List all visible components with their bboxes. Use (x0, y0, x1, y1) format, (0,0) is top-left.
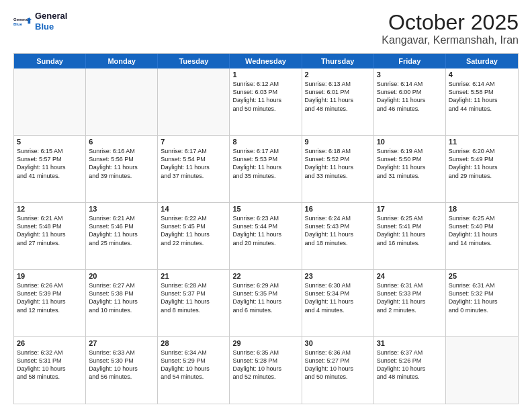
cell-info: Sunrise: 6:12 AM Sunset: 6:03 PM Dayligh… (232, 80, 298, 113)
calendar-cell (14, 68, 86, 135)
title-block: October 2025 Kangavar, Kermanshah, Iran (382, 11, 519, 46)
calendar-header-cell: Thursday (302, 54, 374, 68)
cell-info: Sunrise: 6:24 AM Sunset: 5:43 PM Dayligh… (305, 214, 371, 247)
calendar-cell: 14Sunrise: 6:22 AM Sunset: 5:45 PM Dayli… (158, 203, 230, 269)
calendar-cell: 22Sunrise: 6:29 AM Sunset: 5:35 PM Dayli… (230, 270, 302, 336)
cell-info: Sunrise: 6:21 AM Sunset: 5:48 PM Dayligh… (17, 214, 83, 247)
day-number: 30 (305, 339, 371, 347)
calendar-header-cell: Wednesday (230, 54, 302, 68)
calendar-cell: 26Sunrise: 6:32 AM Sunset: 5:31 PM Dayli… (14, 337, 86, 404)
cell-info: Sunrise: 6:33 AM Sunset: 5:30 PM Dayligh… (89, 349, 154, 381)
day-number: 10 (377, 138, 443, 146)
calendar-header-cell: Saturday (446, 54, 518, 68)
cell-info: Sunrise: 6:36 AM Sunset: 5:27 PM Dayligh… (305, 349, 371, 381)
day-number: 3 (377, 71, 443, 79)
day-number: 8 (232, 138, 298, 146)
calendar-cell: 7Sunrise: 6:17 AM Sunset: 5:54 PM Daylig… (158, 136, 230, 202)
calendar-header-row: SundayMondayTuesdayWednesdayThursdayFrid… (14, 54, 518, 68)
day-number: 9 (305, 138, 371, 146)
calendar-cell: 2Sunrise: 6:13 AM Sunset: 6:01 PM Daylig… (302, 68, 374, 135)
day-number: 29 (232, 339, 298, 347)
day-number: 20 (89, 272, 154, 280)
calendar-cell: 6Sunrise: 6:16 AM Sunset: 5:56 PM Daylig… (86, 136, 158, 202)
calendar-header-cell: Sunday (14, 54, 86, 68)
cell-info: Sunrise: 6:27 AM Sunset: 5:38 PM Dayligh… (89, 281, 154, 314)
day-number: 19 (17, 272, 83, 280)
svg-text:General: General (13, 17, 29, 21)
logo-icon: GeneralBlue (13, 12, 32, 31)
calendar-row: 1Sunrise: 6:12 AM Sunset: 6:03 PM Daylig… (14, 68, 518, 135)
day-number: 17 (377, 205, 443, 213)
calendar-row: 19Sunrise: 6:26 AM Sunset: 5:39 PM Dayli… (14, 269, 518, 336)
month-title: October 2025 (382, 11, 519, 34)
calendar-cell: 20Sunrise: 6:27 AM Sunset: 5:38 PM Dayli… (86, 270, 158, 336)
calendar-cell: 15Sunrise: 6:23 AM Sunset: 5:44 PM Dayli… (230, 203, 302, 269)
day-number: 25 (449, 272, 515, 280)
cell-info: Sunrise: 6:30 AM Sunset: 5:34 PM Dayligh… (305, 281, 371, 314)
day-number: 22 (232, 272, 298, 280)
cell-info: Sunrise: 6:14 AM Sunset: 5:58 PM Dayligh… (449, 80, 515, 113)
calendar-row: 12Sunrise: 6:21 AM Sunset: 5:48 PM Dayli… (14, 202, 518, 269)
calendar-cell: 10Sunrise: 6:19 AM Sunset: 5:50 PM Dayli… (374, 136, 446, 202)
calendar-cell (158, 68, 230, 135)
day-number: 13 (89, 205, 154, 213)
day-number: 11 (449, 138, 515, 146)
calendar-cell: 30Sunrise: 6:36 AM Sunset: 5:27 PM Dayli… (302, 337, 374, 404)
calendar-cell: 24Sunrise: 6:31 AM Sunset: 5:33 PM Dayli… (374, 270, 446, 336)
logo-blue: Blue (35, 21, 67, 32)
cell-info: Sunrise: 6:23 AM Sunset: 5:44 PM Dayligh… (232, 214, 298, 247)
svg-text:Blue: Blue (13, 21, 23, 26)
calendar-cell: 4Sunrise: 6:14 AM Sunset: 5:58 PM Daylig… (446, 68, 518, 135)
cell-info: Sunrise: 6:17 AM Sunset: 5:54 PM Dayligh… (161, 147, 226, 180)
calendar-cell: 5Sunrise: 6:15 AM Sunset: 5:57 PM Daylig… (14, 136, 86, 202)
calendar-header-cell: Monday (86, 54, 158, 68)
cell-info: Sunrise: 6:29 AM Sunset: 5:35 PM Dayligh… (232, 281, 298, 314)
cell-info: Sunrise: 6:31 AM Sunset: 5:32 PM Dayligh… (449, 281, 515, 314)
day-number: 5 (17, 138, 83, 146)
logo-general: General (35, 11, 67, 21)
day-number: 15 (232, 205, 298, 213)
location-title: Kangavar, Kermanshah, Iran (382, 34, 519, 46)
calendar-cell (446, 337, 518, 404)
calendar-header-cell: Tuesday (158, 54, 230, 68)
cell-info: Sunrise: 6:22 AM Sunset: 5:45 PM Dayligh… (161, 214, 226, 247)
cell-info: Sunrise: 6:14 AM Sunset: 6:00 PM Dayligh… (377, 80, 443, 113)
day-number: 23 (305, 272, 371, 280)
calendar-body: 1Sunrise: 6:12 AM Sunset: 6:03 PM Daylig… (14, 68, 518, 404)
logo: GeneralBlue General Blue (13, 11, 67, 32)
cell-info: Sunrise: 6:28 AM Sunset: 5:37 PM Dayligh… (161, 281, 226, 314)
cell-info: Sunrise: 6:35 AM Sunset: 5:28 PM Dayligh… (232, 349, 298, 381)
cell-info: Sunrise: 6:17 AM Sunset: 5:53 PM Dayligh… (232, 147, 298, 180)
cell-info: Sunrise: 6:21 AM Sunset: 5:46 PM Dayligh… (89, 214, 154, 247)
cell-info: Sunrise: 6:19 AM Sunset: 5:50 PM Dayligh… (377, 147, 443, 180)
calendar-cell: 27Sunrise: 6:33 AM Sunset: 5:30 PM Dayli… (86, 337, 158, 404)
cell-info: Sunrise: 6:16 AM Sunset: 5:56 PM Dayligh… (89, 147, 154, 180)
cell-info: Sunrise: 6:32 AM Sunset: 5:31 PM Dayligh… (17, 349, 83, 381)
calendar-cell: 11Sunrise: 6:20 AM Sunset: 5:49 PM Dayli… (446, 136, 518, 202)
calendar-cell: 29Sunrise: 6:35 AM Sunset: 5:28 PM Dayli… (230, 337, 302, 404)
day-number: 2 (305, 71, 371, 79)
calendar-cell: 25Sunrise: 6:31 AM Sunset: 5:32 PM Dayli… (446, 270, 518, 336)
calendar-header-cell: Friday (374, 54, 446, 68)
calendar-cell: 3Sunrise: 6:14 AM Sunset: 6:00 PM Daylig… (374, 68, 446, 135)
calendar-row: 5Sunrise: 6:15 AM Sunset: 5:57 PM Daylig… (14, 135, 518, 202)
calendar-cell: 23Sunrise: 6:30 AM Sunset: 5:34 PM Dayli… (302, 270, 374, 336)
calendar-cell: 12Sunrise: 6:21 AM Sunset: 5:48 PM Dayli… (14, 203, 86, 269)
day-number: 14 (161, 205, 226, 213)
cell-info: Sunrise: 6:37 AM Sunset: 5:26 PM Dayligh… (377, 349, 443, 381)
calendar-cell: 8Sunrise: 6:17 AM Sunset: 5:53 PM Daylig… (230, 136, 302, 202)
page: GeneralBlue General Blue October 2025 Ka… (0, 0, 532, 411)
day-number: 6 (89, 138, 154, 146)
day-number: 18 (449, 205, 515, 213)
calendar: SundayMondayTuesdayWednesdayThursdayFrid… (13, 53, 519, 404)
cell-info: Sunrise: 6:13 AM Sunset: 6:01 PM Dayligh… (305, 80, 371, 113)
cell-info: Sunrise: 6:20 AM Sunset: 5:49 PM Dayligh… (449, 147, 515, 180)
cell-info: Sunrise: 6:26 AM Sunset: 5:39 PM Dayligh… (17, 281, 83, 314)
day-number: 24 (377, 272, 443, 280)
day-number: 12 (17, 205, 83, 213)
day-number: 16 (305, 205, 371, 213)
cell-info: Sunrise: 6:31 AM Sunset: 5:33 PM Dayligh… (377, 281, 443, 314)
calendar-cell: 18Sunrise: 6:25 AM Sunset: 5:40 PM Dayli… (446, 203, 518, 269)
day-number: 7 (161, 138, 226, 146)
cell-info: Sunrise: 6:18 AM Sunset: 5:52 PM Dayligh… (305, 147, 371, 180)
